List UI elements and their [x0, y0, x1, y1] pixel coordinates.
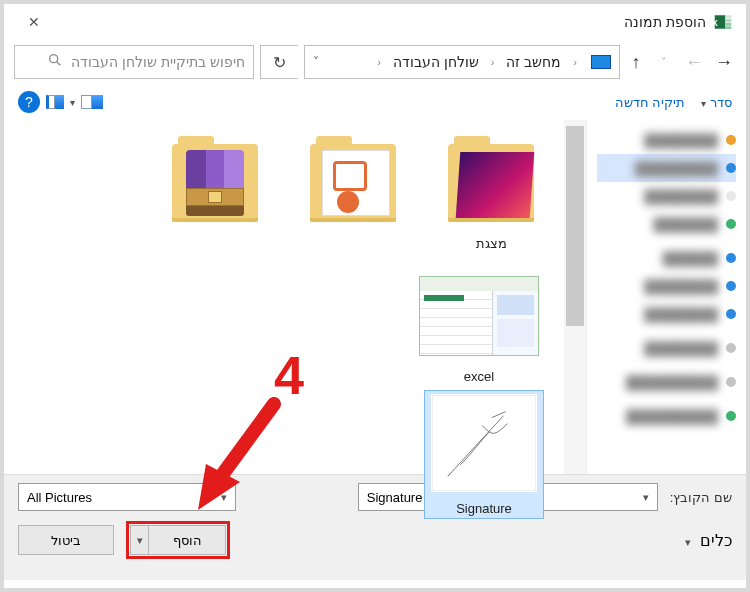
- folder-tile[interactable]: מצגת: [436, 138, 546, 251]
- folder-tile[interactable]: [298, 138, 408, 251]
- svg-rect-3: [725, 19, 731, 22]
- breadcrumb-bar[interactable]: ‹ מחשב זה ‹ שולחן העבודה ‹ ˅: [304, 45, 620, 79]
- view-thumb-icon[interactable]: [81, 95, 103, 109]
- forward-button[interactable]: ←: [682, 52, 706, 73]
- insert-split-dropdown[interactable]: ▾: [131, 526, 149, 554]
- filename-label: שם הקובץ:: [670, 490, 732, 505]
- signature-thumbnail: [432, 395, 536, 491]
- file-label: מצגת: [476, 236, 507, 251]
- svg-rect-5: [725, 27, 731, 29]
- chevron-icon: ‹: [373, 56, 385, 68]
- path-dropdown-icon[interactable]: ˅: [313, 55, 319, 69]
- svg-text:X: X: [714, 18, 718, 28]
- svg-rect-4: [725, 23, 731, 26]
- main-area: ████████ █████████ ████████ ███████ ████…: [4, 120, 746, 474]
- sidebar-scrollbar[interactable]: [564, 120, 586, 474]
- search-box[interactable]: חיפוש בתיקיית שולחן העבודה: [14, 45, 254, 79]
- tools-dropdown[interactable]: כלים ▾: [685, 531, 732, 550]
- crumb-desktop[interactable]: שולחן העבודה: [393, 54, 479, 70]
- search-placeholder: חיפוש בתיקיית שולחן העבודה: [71, 54, 245, 70]
- file-label: Signature: [456, 501, 512, 516]
- insert-button[interactable]: ▾ הוסף: [130, 525, 226, 555]
- folder-tile[interactable]: [160, 138, 270, 251]
- cancel-button-label: ביטול: [51, 533, 81, 548]
- sidebar-nav[interactable]: ████████ █████████ ████████ ███████ ████…: [586, 120, 746, 474]
- nav-arrows: → ← ˅ ↑: [626, 52, 736, 73]
- svg-rect-2: [725, 15, 731, 18]
- chevron-icon: ‹: [569, 56, 581, 68]
- back-button[interactable]: →: [712, 52, 736, 73]
- preview-pane-icon[interactable]: [46, 95, 64, 109]
- file-label: excel: [464, 369, 494, 384]
- cancel-button[interactable]: ביטול: [18, 525, 114, 555]
- annotation-highlight: ▾ הוסף: [126, 521, 230, 559]
- svg-point-6: [50, 55, 58, 63]
- crumb-computer[interactable]: מחשב זה: [506, 54, 561, 70]
- computer-icon: [591, 55, 611, 69]
- file-tile-signature[interactable]: Signature: [424, 390, 544, 519]
- svg-line-7: [57, 62, 61, 66]
- file-pane[interactable]: מצגת excel: [4, 120, 564, 474]
- nav-row: → ← ˅ ↑ ‹ מחשב זה ‹ שולחן העבודה ‹ ˅ ↻ ח…: [4, 40, 746, 84]
- sort-dropdown[interactable]: סדר ▾: [701, 95, 732, 110]
- view-dropdown-icon[interactable]: ▾: [70, 97, 75, 108]
- new-folder-button[interactable]: תיקיה חדשה: [615, 95, 686, 110]
- history-dropdown[interactable]: ˅: [652, 56, 676, 69]
- dialog-title: הוספת תמונה: [624, 14, 706, 30]
- close-button[interactable]: ✕: [14, 7, 54, 37]
- insert-button-label: הוסף: [149, 533, 225, 548]
- chevron-down-icon[interactable]: ▾: [643, 491, 649, 504]
- refresh-button[interactable]: ↻: [260, 45, 298, 79]
- scrollbar-thumb[interactable]: [566, 126, 584, 326]
- excel-app-icon: X: [714, 13, 732, 31]
- up-button[interactable]: ↑: [626, 52, 646, 73]
- search-icon: [43, 52, 63, 72]
- help-button[interactable]: ?: [18, 91, 40, 113]
- titlebar: X הוספת תמונה ✕: [4, 4, 746, 40]
- file-tile-excel[interactable]: excel: [412, 271, 546, 384]
- toolbar: סדר ▾ תיקיה חדשה ▾ ?: [4, 84, 746, 120]
- chevron-icon: ‹: [487, 56, 499, 68]
